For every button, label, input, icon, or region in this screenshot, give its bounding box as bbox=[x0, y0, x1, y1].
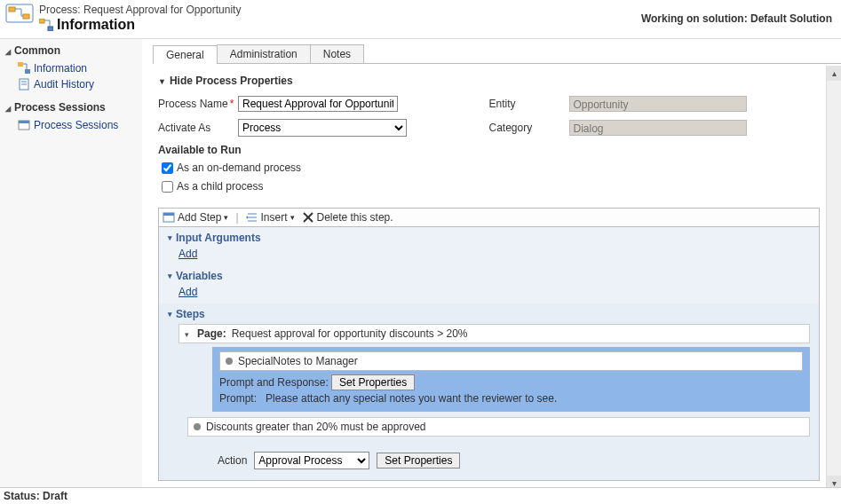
insert-icon bbox=[246, 211, 258, 224]
header: Process: Request Approval for Opportunit… bbox=[0, 0, 841, 38]
add-step-button[interactable]: Add Step bbox=[163, 211, 228, 224]
variables-add-link[interactable]: Add bbox=[179, 286, 197, 298]
add-step-icon bbox=[163, 211, 175, 224]
available-to-run-head: Available to Run bbox=[158, 144, 820, 156]
hide-process-properties-toggle[interactable]: Hide Process Properties bbox=[158, 75, 820, 87]
step-designer: Add Step | Insert Delete this step. Inpu… bbox=[158, 208, 820, 481]
scroll-up-arrow[interactable]: ▴ bbox=[827, 66, 841, 81]
delete-icon bbox=[302, 211, 314, 224]
info-flow-icon bbox=[39, 19, 53, 31]
process-entity-icon bbox=[5, 4, 34, 28]
input-arguments-toggle[interactable]: Input Arguments bbox=[168, 232, 261, 244]
sidebar-item-information[interactable]: Information bbox=[5, 60, 137, 76]
input-arguments-add-link[interactable]: Add bbox=[179, 248, 197, 260]
svg-rect-11 bbox=[19, 121, 29, 123]
sessions-icon bbox=[18, 119, 30, 131]
category-label: Category bbox=[489, 122, 569, 134]
svg-rect-13 bbox=[163, 213, 174, 216]
sidebar-item-audit-history[interactable]: Audit History bbox=[5, 76, 137, 92]
prompt-step-selected[interactable]: SpecialNotes to Manager Prompt and Respo… bbox=[212, 347, 810, 412]
content-area: General Administration Notes Hide Proces… bbox=[142, 39, 841, 491]
set-properties-button-1[interactable]: Set Properties bbox=[331, 374, 415, 390]
action-label: Action bbox=[218, 454, 247, 467]
sidebar-group-common[interactable]: Common bbox=[5, 44, 137, 57]
child-process-checkbox[interactable]: As a child process bbox=[158, 180, 263, 193]
variables-toggle[interactable]: Variables bbox=[168, 270, 223, 282]
page-description: Request approval for opportunity discoun… bbox=[232, 327, 804, 340]
on-demand-checkbox[interactable]: As an on-demand process bbox=[158, 161, 301, 174]
breadcrumb: Process: Request Approval for Opportunit… bbox=[39, 4, 241, 16]
audit-icon bbox=[18, 78, 30, 91]
process-name-label: Process Name* bbox=[158, 98, 238, 110]
action-step-row[interactable]: Discounts greater than 20% must be appro… bbox=[187, 417, 810, 437]
left-nav: Common Information Audit History Process… bbox=[0, 39, 142, 491]
input-arguments-section: Input Arguments Add bbox=[159, 227, 819, 265]
prompt-label: Prompt: bbox=[219, 392, 257, 405]
prompt-and-response-label: Prompt and Response: bbox=[219, 376, 329, 389]
category-readonly: Dialog bbox=[569, 120, 747, 136]
status-bar: Status: Draft bbox=[0, 487, 841, 504]
step-bullet-icon bbox=[226, 358, 233, 365]
sidebar-group-process-sessions[interactable]: Process Sessions bbox=[5, 101, 137, 114]
prompt-text: Please attach any special notes you want… bbox=[266, 392, 557, 405]
action-select[interactable]: Approval Process bbox=[254, 452, 369, 469]
prompt-step-title: SpecialNotes to Manager bbox=[238, 355, 797, 367]
set-properties-button-2[interactable]: Set Properties bbox=[377, 453, 460, 469]
svg-rect-1 bbox=[9, 7, 15, 12]
info-icon bbox=[18, 62, 30, 75]
process-name-input[interactable] bbox=[238, 96, 398, 112]
tab-administration[interactable]: Administration bbox=[217, 44, 311, 63]
page-title: Information bbox=[39, 17, 241, 33]
page-label: Page: bbox=[197, 327, 226, 340]
svg-rect-4 bbox=[48, 27, 53, 31]
svg-rect-5 bbox=[18, 62, 23, 67]
svg-rect-2 bbox=[23, 14, 29, 19]
sidebar-item-process-sessions[interactable]: Process Sessions bbox=[5, 117, 137, 133]
designer-toolbar: Add Step | Insert Delete this step. bbox=[159, 209, 819, 227]
insert-button[interactable]: Insert bbox=[246, 211, 295, 224]
activate-as-select[interactable]: Process bbox=[238, 119, 407, 137]
steps-toggle[interactable]: Steps bbox=[168, 308, 205, 320]
svg-rect-6 bbox=[25, 69, 30, 74]
page-step-row[interactable]: Page: Request approval for opportunity d… bbox=[179, 324, 810, 343]
variables-section: Variables Add bbox=[159, 265, 819, 303]
activate-as-label: Activate As bbox=[158, 122, 238, 134]
tab-strip: General Administration Notes bbox=[153, 44, 841, 64]
svg-rect-3 bbox=[39, 19, 44, 23]
step-bullet-icon bbox=[194, 423, 201, 430]
delete-step-button[interactable]: Delete this step. bbox=[302, 211, 393, 224]
tab-notes[interactable]: Notes bbox=[310, 44, 364, 63]
page-expand-icon[interactable] bbox=[185, 327, 192, 340]
vertical-scrollbar[interactable]: ▴ ▾ bbox=[826, 66, 841, 491]
entity-readonly: Opportunity bbox=[569, 96, 747, 112]
entity-label: Entity bbox=[489, 98, 569, 110]
working-on-solution: Working on solution: Default Solution bbox=[641, 12, 832, 25]
tab-general[interactable]: General bbox=[153, 45, 218, 64]
steps-section: Steps Page: Request approval for opportu… bbox=[159, 303, 819, 480]
action-step-title: Discounts greater than 20% must be appro… bbox=[206, 421, 804, 433]
